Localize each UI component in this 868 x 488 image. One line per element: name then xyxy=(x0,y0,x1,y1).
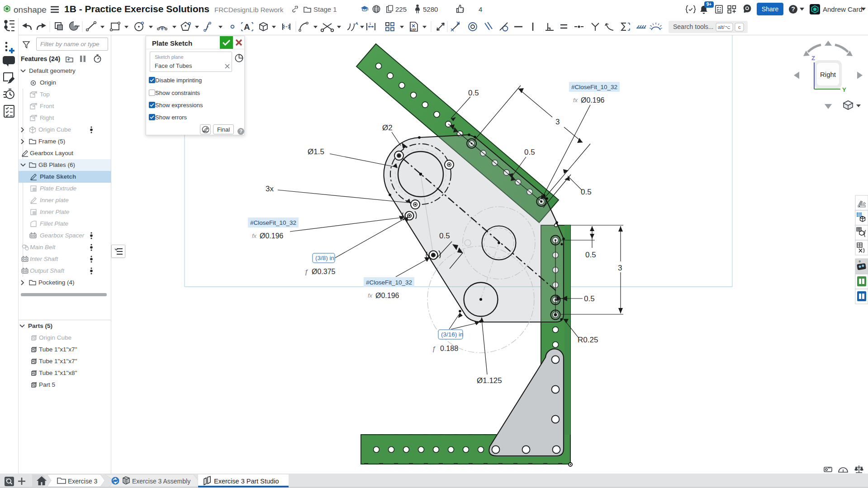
svg-text:#CloseFit_10_32: #CloseFit_10_32 xyxy=(366,279,412,286)
svg-text:c: c xyxy=(738,24,741,30)
svg-text:Z: Z xyxy=(811,55,815,62)
svg-text:Ø1.125: Ø1.125 xyxy=(477,376,502,385)
svg-text:0.5: 0.5 xyxy=(468,89,479,97)
svg-text:Exercise 3: Exercise 3 xyxy=(68,478,98,485)
svg-text:Y: Y xyxy=(842,86,846,93)
svg-text:Search tools...: Search tools... xyxy=(673,23,714,30)
svg-text:Exercise 3 Assembly: Exercise 3 Assembly xyxy=(132,478,190,485)
svg-text:fx: fx xyxy=(252,232,257,239)
svg-text:ƒ: ƒ xyxy=(432,345,436,352)
svg-text:1: 1 xyxy=(369,22,371,26)
svg-text:(3/16) in: (3/16) in xyxy=(441,331,464,338)
svg-text:Ø2: Ø2 xyxy=(382,123,393,132)
svg-text:Exercise 3 Part Studio: Exercise 3 Part Studio xyxy=(214,478,279,485)
svg-text:0.188: 0.188 xyxy=(440,345,458,352)
svg-text:3x: 3x xyxy=(266,185,274,193)
svg-text:fx: fx xyxy=(368,292,373,299)
svg-text:Ø1.5: Ø1.5 xyxy=(308,147,324,156)
svg-text:0.5: 0.5 xyxy=(524,148,535,156)
svg-text:#CloseFit_10_32: #CloseFit_10_32 xyxy=(250,219,296,226)
svg-text:DXF: DXF xyxy=(410,28,416,31)
svg-text:Right: Right xyxy=(820,71,836,78)
svg-text:Ø0.196: Ø0.196 xyxy=(375,292,399,299)
svg-text:fx: fx xyxy=(573,97,578,104)
svg-text:#CloseFit_10_32: #CloseFit_10_32 xyxy=(571,84,617,90)
svg-text:R0.25: R0.25 xyxy=(578,336,598,344)
svg-text:(3/8) in: (3/8) in xyxy=(315,255,334,261)
svg-text:Ø0.375: Ø0.375 xyxy=(312,268,336,275)
svg-text:0.5: 0.5 xyxy=(584,294,595,303)
svg-text:3: 3 xyxy=(555,118,560,126)
svg-text:A: A xyxy=(244,22,250,32)
svg-text:Ø0.196: Ø0.196 xyxy=(581,96,605,104)
svg-text:0.5: 0.5 xyxy=(585,251,596,259)
svg-text:ƒ: ƒ xyxy=(304,268,308,275)
svg-text:⚙: ⚙ xyxy=(859,260,861,263)
svg-text:3: 3 xyxy=(618,264,622,272)
svg-text:Ø0.196: Ø0.196 xyxy=(260,232,284,240)
svg-text:0.5: 0.5 xyxy=(439,232,450,240)
svg-text:alt/⌥: alt/⌥ xyxy=(718,24,730,30)
svg-text:0.5: 0.5 xyxy=(581,188,592,196)
